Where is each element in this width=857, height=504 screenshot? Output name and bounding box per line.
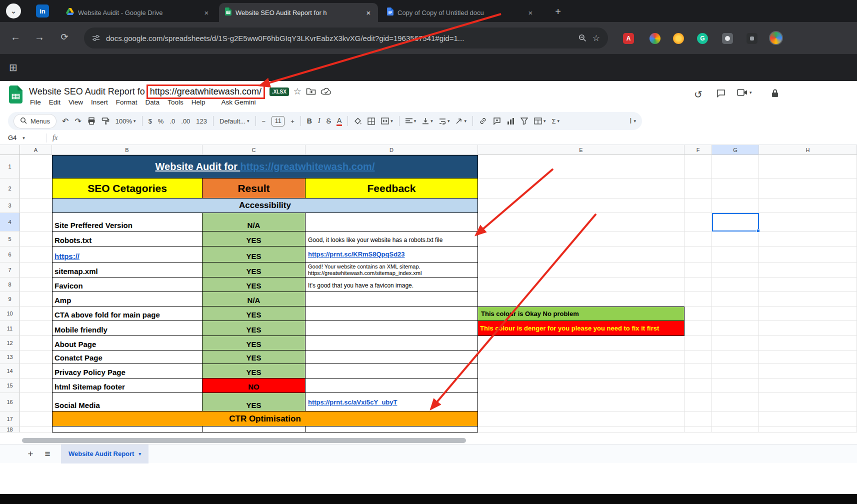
cell-B2[interactable]: SEO Cetagories	[52, 178, 202, 198]
cell-E3[interactable]	[478, 198, 684, 213]
move-folder-icon[interactable]	[306, 88, 316, 96]
cell-A4[interactable]	[20, 213, 52, 232]
cell-F5[interactable]	[684, 232, 712, 246]
cell-G18[interactable]	[712, 426, 759, 432]
row-header-9[interactable]: 9	[0, 292, 20, 306]
cell-H18[interactable]	[759, 426, 857, 432]
cell-A12[interactable]	[20, 336, 52, 350]
cell-D15[interactable]	[306, 378, 478, 393]
cell-H13[interactable]	[759, 350, 857, 364]
cell-H3[interactable]	[759, 198, 857, 213]
cell-D5[interactable]: Good, it looks like your website has a r…	[306, 232, 478, 246]
row-header-10[interactable]: 10	[0, 306, 20, 321]
cell-E18[interactable]	[478, 426, 684, 432]
cell-B9[interactable]: Amp	[52, 292, 202, 306]
cell-E15[interactable]	[478, 378, 684, 393]
add-sheet-button[interactable]: +	[22, 448, 39, 460]
cell-G17[interactable]	[712, 412, 759, 426]
lock-icon[interactable]	[771, 88, 779, 98]
cell-H11[interactable]	[759, 321, 857, 336]
cell-D2[interactable]: Feedback	[306, 178, 478, 198]
cell-B14[interactable]: Privacy Policy Page	[52, 364, 202, 378]
cell-B4[interactable]: Site Preffered Version	[52, 213, 202, 232]
italic-button[interactable]: I	[318, 117, 320, 125]
cell-G16[interactable]	[712, 393, 759, 412]
cell-A8[interactable]	[20, 278, 52, 292]
input-tools-button[interactable]: ا▾	[630, 117, 636, 125]
new-tab-button[interactable]: +	[551, 4, 565, 18]
cell-F1[interactable]	[684, 155, 712, 178]
cell-E9[interactable]	[478, 292, 684, 306]
cell-B13[interactable]: Conatct Page	[52, 350, 202, 364]
row-header-18[interactable]: 18	[0, 426, 20, 432]
cell-D8[interactable]: It's good that you have a favicon image.	[306, 278, 478, 292]
cell-G4[interactable]	[712, 213, 759, 232]
cell-H10[interactable]	[759, 306, 857, 321]
cell-G15[interactable]	[712, 378, 759, 393]
cell-E8[interactable]	[478, 278, 684, 292]
sheet-tab-website-audit-report[interactable]: Website Audit Report▾	[61, 444, 148, 464]
cell-G2[interactable]	[712, 178, 759, 198]
cell-H16[interactable]	[759, 393, 857, 412]
cell-E14[interactable]	[478, 364, 684, 378]
cell-A7[interactable]	[20, 262, 52, 278]
currency-button[interactable]: $	[148, 118, 152, 125]
cell-G6[interactable]	[712, 246, 759, 262]
cell-F16[interactable]	[684, 393, 712, 412]
cell-C15[interactable]: NO	[202, 378, 306, 393]
zoom-select[interactable]: 100%▾	[116, 118, 136, 125]
cell-F13[interactable]	[684, 350, 712, 364]
cell-E6[interactable]	[478, 246, 684, 262]
menus-button[interactable]: Menus	[14, 114, 56, 128]
cell-C13[interactable]: YES	[202, 350, 306, 364]
fill-color-button[interactable]	[354, 118, 362, 125]
menu-edit[interactable]: Edit	[45, 98, 64, 107]
cell-C11[interactable]: YES	[202, 321, 306, 336]
cell-H14[interactable]	[759, 364, 857, 378]
close-icon[interactable]: ×	[202, 8, 211, 17]
row-header-8[interactable]: 8	[0, 278, 20, 292]
cell-B6[interactable]: https://	[52, 246, 202, 262]
cell-E12[interactable]	[478, 336, 684, 350]
cell-G5[interactable]	[712, 232, 759, 246]
horizontal-scrollbar[interactable]	[22, 438, 466, 443]
cell-D7[interactable]: Good! Your website contains an XML sitem…	[306, 262, 478, 278]
cell-A3[interactable]	[20, 198, 52, 213]
close-icon[interactable]: ×	[364, 8, 373, 17]
print-button[interactable]	[88, 117, 96, 125]
comments-icon[interactable]	[716, 88, 726, 98]
vertical-align-button[interactable]: ▾	[422, 118, 433, 124]
cell-C10[interactable]: YES	[202, 306, 306, 321]
cell-H2[interactable]	[759, 178, 857, 198]
menu-help[interactable]: Help	[188, 98, 210, 107]
table-views-button[interactable]: ▾	[534, 118, 546, 124]
more-formats-button[interactable]: 123	[196, 118, 207, 125]
highlighted-url[interactable]: https://greatwhitewash.com/	[146, 84, 265, 99]
cell-B7[interactable]: sitemap.xml	[52, 262, 202, 278]
name-box[interactable]: G4▾	[0, 134, 44, 142]
cell-A2[interactable]	[20, 178, 52, 198]
text-wrap-button[interactable]: ▾	[439, 118, 450, 124]
col-header-C[interactable]: C	[202, 145, 306, 155]
col-header-E[interactable]: E	[478, 145, 684, 155]
cell-D11[interactable]	[306, 321, 478, 336]
cell-C2[interactable]: Result	[202, 178, 306, 198]
cell-F12[interactable]	[684, 336, 712, 350]
menu-file[interactable]: File	[26, 98, 45, 107]
cell-A11[interactable]	[20, 321, 52, 336]
col-header-G[interactable]: G	[712, 145, 759, 155]
paint-format-button[interactable]	[102, 117, 110, 125]
cell-C9[interactable]: N/A	[202, 292, 306, 306]
video-call-icon[interactable]: ▾	[737, 88, 752, 96]
back-button[interactable]: ←	[9, 32, 22, 43]
text-color-button[interactable]: A	[337, 116, 342, 126]
cell-E5[interactable]	[478, 232, 684, 246]
increase-font-button[interactable]: +	[290, 118, 294, 125]
row-header-14[interactable]: 14	[0, 364, 20, 378]
cell-H4[interactable]	[759, 213, 857, 232]
cell-A1[interactable]	[20, 155, 52, 178]
col-header-H[interactable]: H	[759, 145, 857, 155]
orange-extension-icon[interactable]	[673, 33, 684, 44]
cell-G12[interactable]	[712, 336, 759, 350]
cell-D18[interactable]	[306, 426, 478, 432]
